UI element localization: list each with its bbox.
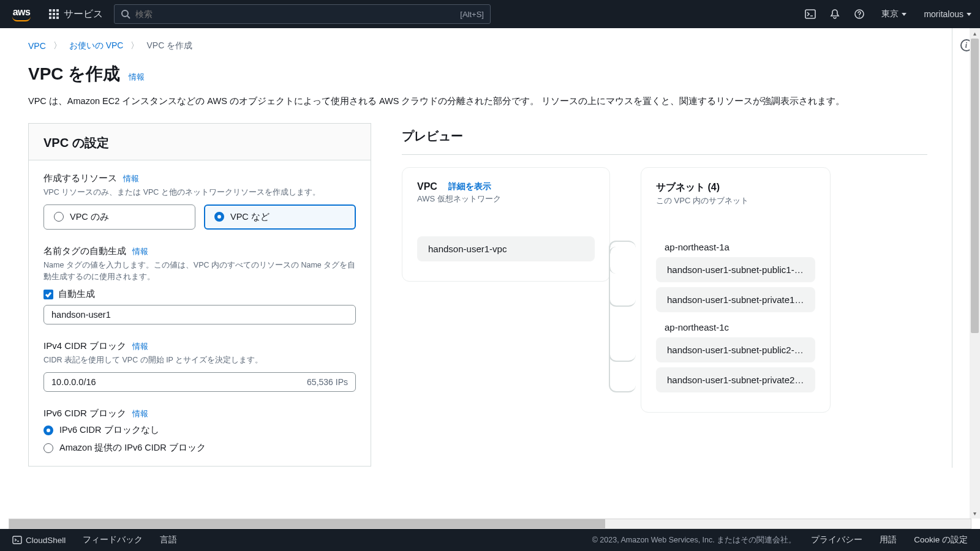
ipv6-info-link[interactable]: 情報 bbox=[132, 408, 148, 419]
privacy-link[interactable]: プライバシー bbox=[811, 534, 862, 545]
scrollbar-thumb[interactable] bbox=[9, 519, 605, 528]
radio-icon bbox=[214, 212, 224, 222]
ipv4-cidr-input[interactable] bbox=[51, 377, 307, 387]
terms-link[interactable]: 用語 bbox=[880, 534, 897, 545]
subnet-node[interactable]: handson-user1-subnet-private2-ap- bbox=[656, 367, 815, 392]
cloudshell-button[interactable]: CloudShell bbox=[12, 535, 66, 545]
preview-heading: プレビュー bbox=[402, 128, 927, 155]
radio-ipv6-none[interactable]: IPv6 CIDR ブロックなし bbox=[43, 424, 356, 436]
scroll-down-arrow[interactable]: ▾ bbox=[970, 508, 980, 519]
services-menu-button[interactable]: サービス bbox=[49, 8, 103, 21]
global-search[interactable]: [Alt+S] bbox=[114, 4, 491, 24]
nametag-info-link[interactable]: 情報 bbox=[132, 246, 148, 257]
language-selector[interactable]: 言語 bbox=[160, 534, 177, 545]
breadcrumb-current: VPC を作成 bbox=[146, 40, 192, 51]
feedback-link[interactable]: フィードバック bbox=[83, 534, 143, 545]
subnet-node[interactable]: handson-user1-subnet-public1-ap- bbox=[656, 257, 815, 282]
breadcrumb-vpc[interactable]: VPC bbox=[28, 41, 46, 51]
radio-vpc-and-more[interactable]: VPC など bbox=[204, 204, 356, 230]
ipv4-cidr-input-wrap: 65,536 IPs bbox=[43, 372, 356, 392]
page-info-link[interactable]: 情報 bbox=[129, 72, 145, 83]
subnet-node[interactable]: handson-user1-subnet-private1-ap- bbox=[656, 287, 815, 312]
user-label: moritalous bbox=[924, 9, 963, 19]
field-resources: 作成するリソース 情報 VPC リソースのみ、または VPC と他のネットワーク… bbox=[43, 173, 356, 230]
resources-label: 作成するリソース bbox=[43, 173, 117, 184]
search-hotkey: [Alt+S] bbox=[460, 10, 484, 19]
region-selector[interactable]: 東京 bbox=[873, 9, 915, 20]
panel-heading: VPC の設定 bbox=[43, 135, 356, 151]
auto-generate-checkbox[interactable] bbox=[43, 290, 53, 299]
resources-desc: VPC リソースのみ、または VPC と他のネットワークリソースを作成します。 bbox=[43, 187, 356, 198]
notifications-icon[interactable] bbox=[824, 3, 846, 25]
search-icon bbox=[121, 9, 130, 19]
ipv4-desc: CIDR 表記を使用して VPC の開始 IP とサイズを決定します。 bbox=[43, 354, 356, 366]
search-input[interactable] bbox=[135, 9, 460, 19]
nametag-label: 名前タグの自動生成 bbox=[43, 246, 126, 257]
nametag-input[interactable] bbox=[43, 305, 356, 324]
account-menu[interactable]: moritalous bbox=[915, 9, 980, 19]
footer-bar: CloudShell フィードバック 言語 © 2023, Amazon Web… bbox=[0, 529, 980, 551]
cloudshell-label: CloudShell bbox=[26, 536, 66, 545]
radio-vpc-only[interactable]: VPC のみ bbox=[43, 204, 195, 230]
field-nametag: 名前タグの自動生成 情報 Name タグの値を入力します。この値は、VPC 内の… bbox=[43, 246, 356, 325]
caret-down-icon bbox=[902, 13, 907, 16]
preview-vpc-title: VPC bbox=[417, 181, 437, 192]
preview-vpc-detail-link[interactable]: 詳細を表示 bbox=[448, 181, 491, 192]
page-title: VPC を作成 bbox=[28, 62, 120, 86]
ipv4-info-link[interactable]: 情報 bbox=[132, 341, 148, 352]
nametag-desc: Name タグの値を入力します。この値は、VPC 内のすべてのリソースの Nam… bbox=[43, 260, 356, 283]
radio-vpc-only-label: VPC のみ bbox=[70, 211, 109, 223]
svg-point-0 bbox=[122, 10, 128, 17]
svg-rect-2 bbox=[805, 10, 815, 18]
preview-column: プレビュー VPC 詳細を表示 AWS 仮想ネットワーク handson-use… bbox=[402, 123, 927, 422]
scroll-up-arrow[interactable]: ▴ bbox=[970, 28, 980, 39]
cloudshell-icon[interactable] bbox=[799, 3, 821, 25]
radio-icon bbox=[54, 212, 64, 222]
radio-vpc-and-more-label: VPC など bbox=[230, 211, 270, 223]
preview-vpc-card: VPC 詳細を表示 AWS 仮想ネットワーク handson-user1-vpc bbox=[402, 167, 610, 282]
grid-icon bbox=[49, 9, 59, 19]
preview-subnets-title: サブネット (4) bbox=[656, 181, 720, 194]
field-ipv4-cidr: IPv4 CIDR ブロック 情報 CIDR 表記を使用して VPC の開始 I… bbox=[43, 340, 356, 392]
auto-generate-label: 自動生成 bbox=[58, 288, 95, 300]
preview-subnets-card: サブネット (4) この VPC 内のサブネット ap-northeast-1a… bbox=[641, 167, 831, 413]
top-navbar: aws サービス [Alt+S] 東京 moritalous bbox=[0, 0, 980, 28]
chevron-right-icon: 〉 bbox=[130, 40, 139, 51]
cookie-settings-link[interactable]: Cookie の設定 bbox=[914, 534, 968, 545]
radio-ipv6-amazon-label: Amazon 提供の IPv6 CIDR ブロック bbox=[59, 442, 206, 454]
radio-ipv6-none-label: IPv6 CIDR ブロックなし bbox=[59, 424, 159, 436]
radio-ipv6-amazon[interactable]: Amazon 提供の IPv6 CIDR ブロック bbox=[43, 442, 356, 454]
ipv6-label: IPv6 CIDR ブロック bbox=[43, 408, 126, 419]
svg-rect-4 bbox=[13, 536, 21, 544]
ipv4-ip-count: 65,536 IPs bbox=[307, 377, 348, 387]
terminal-icon bbox=[12, 535, 22, 545]
breadcrumb-your-vpcs[interactable]: お使いの VPC bbox=[69, 40, 124, 51]
main-content: VPC 〉 お使いの VPC 〉 VPC を作成 VPC を作成 情報 VPC … bbox=[0, 28, 952, 468]
field-ipv6-cidr: IPv6 CIDR ブロック 情報 IPv6 CIDR ブロックなし Amazo… bbox=[43, 408, 356, 454]
az-label: ap-northeast-1a bbox=[665, 242, 815, 252]
scrollbar-thumb[interactable] bbox=[971, 39, 979, 333]
aws-logo[interactable]: aws bbox=[12, 7, 31, 21]
caret-down-icon bbox=[967, 13, 971, 16]
services-label: サービス bbox=[64, 8, 103, 21]
preview-vpc-sub: AWS 仮想ネットワーク bbox=[417, 193, 595, 204]
preview-subnets-sub: この VPC 内のサブネット bbox=[656, 195, 815, 206]
vpc-settings-panel: VPC の設定 作成するリソース 情報 VPC リソースのみ、または VPC と… bbox=[28, 123, 371, 467]
radio-icon bbox=[43, 443, 53, 453]
radio-icon bbox=[43, 425, 53, 435]
az-label: ap-northeast-1c bbox=[665, 322, 815, 332]
breadcrumb: VPC 〉 お使いの VPC 〉 VPC を作成 bbox=[28, 40, 927, 51]
resources-info-link[interactable]: 情報 bbox=[123, 173, 139, 184]
svg-line-1 bbox=[127, 16, 130, 18]
horizontal-scrollbar[interactable] bbox=[9, 519, 971, 529]
footer-legal: © 2023, Amazon Web Services, Inc. またはその関… bbox=[592, 535, 797, 545]
region-label: 東京 bbox=[881, 9, 899, 20]
help-icon[interactable] bbox=[848, 3, 870, 25]
chevron-right-icon: 〉 bbox=[53, 40, 62, 51]
ipv4-label: IPv4 CIDR ブロック bbox=[43, 340, 126, 352]
page-description: VPC は、Amazon EC2 インスタンスなどの AWS のオブジェクトによ… bbox=[28, 94, 927, 108]
subnet-node[interactable]: handson-user1-subnet-public2-ap- bbox=[656, 337, 815, 362]
preview-vpc-node[interactable]: handson-user1-vpc bbox=[417, 236, 595, 261]
vertical-scrollbar[interactable]: ▴ ▾ bbox=[970, 28, 980, 519]
